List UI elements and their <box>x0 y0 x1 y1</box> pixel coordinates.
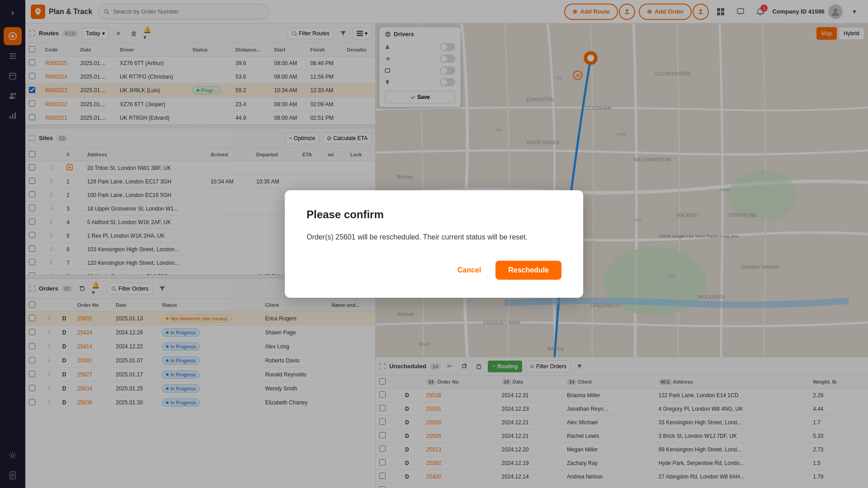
modal-body: Order(s) 25601 will be rescheduled. Thei… <box>307 232 561 243</box>
modal-overlay[interactable]: Please confirm Order(s) 25601 will be re… <box>0 0 868 488</box>
modal-title: Please confirm <box>307 208 561 221</box>
reschedule-button[interactable]: Reschedule <box>495 261 561 280</box>
cancel-button[interactable]: Cancel <box>450 262 488 279</box>
confirm-modal: Please confirm Order(s) 25601 will be re… <box>285 190 583 298</box>
modal-actions: Cancel Reschedule <box>307 261 561 280</box>
